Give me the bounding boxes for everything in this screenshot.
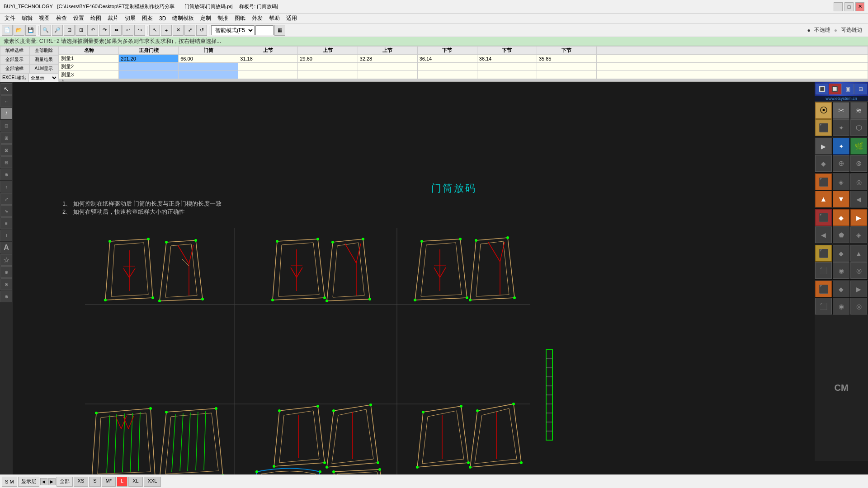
- redo-button[interactable]: ↪: [134, 25, 145, 36]
- all-reduce-button[interactable]: 全部缩样: [0, 64, 29, 73]
- left-tool-11[interactable]: ∿: [0, 205, 12, 217]
- refresh-button[interactable]: ↺: [196, 25, 207, 36]
- icon-up[interactable]: ▲: [850, 245, 867, 262]
- menu-grading[interactable]: 制推: [215, 14, 231, 23]
- drag-handle[interactable]: ▲: [61, 78, 65, 82]
- left-tool-7[interactable]: ⊟: [0, 156, 12, 168]
- icon-dot[interactable]: ◉: [833, 262, 849, 279]
- icon-arrow-left[interactable]: ◀: [850, 191, 867, 207]
- plus-button[interactable]: +: [161, 25, 172, 36]
- icon-diamond6[interactable]: ◆: [833, 281, 849, 297]
- icon-orange-block[interactable]: ⬛: [815, 174, 832, 190]
- close-button[interactable]: ✕: [855, 2, 864, 11]
- icon-diamond2[interactable]: ◈: [833, 174, 849, 190]
- icon-orange-block2[interactable]: ⬛: [815, 281, 832, 297]
- nav-prev[interactable]: ◀: [40, 478, 47, 485]
- size-xs[interactable]: XS: [74, 477, 89, 487]
- menu-edit[interactable]: 编辑: [19, 14, 35, 23]
- left-tool-2[interactable]: ←: [0, 95, 12, 107]
- icon-star[interactable]: ✦: [833, 119, 849, 136]
- alm-display-button[interactable]: ALM显示: [29, 64, 59, 73]
- size-xl[interactable]: XL: [128, 477, 142, 487]
- mode-input[interactable]: [255, 25, 274, 35]
- icon-diamond5[interactable]: ◆: [833, 245, 849, 262]
- zoom-out-button[interactable]: 🔎: [52, 25, 63, 36]
- icon-arrow-left2[interactable]: ◀: [815, 226, 832, 243]
- left-tool-9[interactable]: ↕: [0, 181, 12, 192]
- left-tool-4[interactable]: ⊡: [0, 120, 12, 131]
- icon-block3[interactable]: ⬛: [815, 298, 832, 314]
- save-button[interactable]: 💾: [25, 25, 36, 36]
- icon-hex[interactable]: ⬡: [850, 119, 867, 136]
- zoom-window-button[interactable]: ⊞: [75, 25, 86, 36]
- left-tool-3[interactable]: /: [0, 108, 12, 119]
- menu-draw[interactable]: 绘图: [88, 14, 104, 23]
- zoom-fit-button[interactable]: ⊡: [64, 25, 75, 36]
- icon-circle3[interactable]: ◎: [850, 298, 867, 314]
- menu-slice[interactable]: 切展: [122, 14, 138, 23]
- size-s[interactable]: S: [89, 477, 100, 487]
- icon-diamond3[interactable]: ◆: [833, 209, 849, 226]
- icon-cut[interactable]: ✂: [833, 102, 849, 119]
- icon-leaf[interactable]: 🌿: [850, 138, 867, 155]
- icon-plus-circle[interactable]: ⊕: [833, 155, 849, 172]
- panel-nav-1[interactable]: 🔳: [816, 84, 828, 94]
- display-layer-button[interactable]: 显示层: [18, 477, 39, 487]
- mode-extra-button[interactable]: ▦: [274, 25, 285, 36]
- icon-circle[interactable]: ◎: [850, 174, 867, 190]
- mirror-button[interactable]: ⇔: [111, 25, 122, 36]
- mode-select[interactable]: 智能模式(F5: [211, 25, 255, 35]
- menu-sew-template[interactable]: 缝制模板: [170, 14, 197, 23]
- menu-pattern[interactable]: 图案: [139, 14, 156, 23]
- size-all[interactable]: 全部: [57, 477, 73, 487]
- excel-output-button[interactable]: EXCEL输出: [0, 73, 28, 82]
- icon-yellow-block[interactable]: ⬛: [815, 245, 832, 262]
- canvas[interactable]: 门筒放码 1、 如何控制在纸样驱动后 门筒的长度与正身门楔的长度一致 2、 如何…: [26, 169, 868, 488]
- left-tool-5[interactable]: ⊞: [0, 132, 12, 144]
- display-select[interactable]: 全显示: [28, 73, 58, 82]
- icon-dot2[interactable]: ◉: [833, 298, 849, 314]
- icon-diamond[interactable]: ✦: [833, 138, 849, 155]
- left-tool-16[interactable]: ⊕: [0, 266, 12, 278]
- menu-file[interactable]: 文件: [2, 14, 18, 23]
- icon-arrow-right2[interactable]: ▶: [850, 281, 867, 297]
- rotate-left-button[interactable]: ↶: [87, 25, 98, 36]
- menu-paper[interactable]: 图纸: [232, 14, 248, 23]
- icon-triangle-up[interactable]: ▲: [815, 191, 832, 207]
- move-button[interactable]: ⤢: [184, 25, 195, 36]
- panel-nav-3[interactable]: ▣: [841, 84, 854, 94]
- size-l[interactable]: L: [117, 477, 127, 487]
- rotate-right-button[interactable]: ↷: [99, 25, 110, 36]
- icon-measure[interactable]: ⦿: [815, 102, 832, 119]
- s-m-display[interactable]: S M: [2, 477, 17, 487]
- left-tool-13[interactable]: ⊥: [0, 230, 12, 241]
- icon-lines[interactable]: ≋: [850, 102, 867, 119]
- select-pattern-button[interactable]: 纸样选样: [0, 46, 29, 55]
- zoom-in-button[interactable]: 🔍: [40, 25, 51, 36]
- icon-red-block[interactable]: ⬛: [815, 209, 832, 226]
- size-m[interactable]: M*: [102, 477, 116, 487]
- left-tool-12[interactable]: ≡: [0, 217, 12, 229]
- new-button[interactable]: 📄: [2, 25, 13, 36]
- minimize-button[interactable]: ─: [834, 2, 843, 11]
- icon-block[interactable]: ⬛: [815, 119, 832, 136]
- measure-result-button[interactable]: 测量结果: [29, 55, 59, 64]
- menu-custom[interactable]: 定制: [198, 14, 214, 23]
- left-tool-6[interactable]: ⊠: [0, 144, 12, 156]
- icon-diamond4[interactable]: ◈: [850, 226, 867, 243]
- undo-button[interactable]: ↩: [123, 25, 133, 36]
- menu-export[interactable]: 外发: [249, 14, 265, 23]
- left-tool-15[interactable]: ☆: [0, 254, 12, 266]
- open-button[interactable]: 📂: [14, 25, 24, 36]
- all-display-button[interactable]: 全部显示: [0, 55, 29, 64]
- menu-view[interactable]: 视图: [36, 14, 52, 23]
- cross-button[interactable]: ✕: [173, 25, 184, 36]
- select-button[interactable]: ↖: [149, 25, 160, 36]
- left-tool-17[interactable]: ⊗: [0, 278, 12, 290]
- left-tool-14[interactable]: A: [0, 242, 12, 253]
- size-xxl[interactable]: XXL: [144, 477, 161, 487]
- icon-block2[interactable]: ⬛: [815, 262, 832, 279]
- menu-cut[interactable]: 裁片: [105, 14, 121, 23]
- panel-nav-2[interactable]: 🔲: [829, 84, 841, 94]
- menu-settings[interactable]: 设置: [71, 14, 87, 23]
